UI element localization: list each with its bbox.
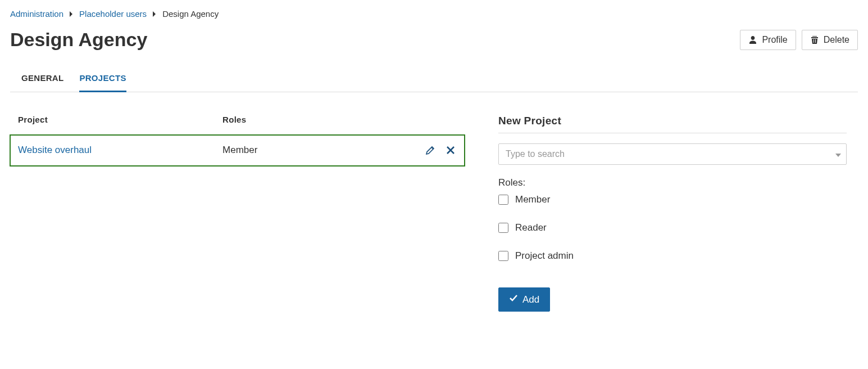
pencil-icon [425,145,435,155]
user-icon [748,35,757,44]
role-checkbox-reader[interactable] [498,223,508,233]
project-search-wrapper [498,143,847,165]
project-search-input[interactable] [498,143,847,165]
tabs: General Projects [10,68,858,92]
chevron-right-icon [152,11,157,17]
edit-row-button[interactable] [424,144,437,156]
table-row: Website overhaul Member [10,135,465,166]
trash-icon [810,35,819,44]
role-option-project-admin[interactable]: Project admin [498,250,847,262]
page-header: Design Agency Profile Delete [10,29,858,51]
role-option-reader[interactable]: Reader [498,222,847,233]
delete-button[interactable]: Delete [802,30,858,50]
project-roles-cell: Member [215,135,414,166]
chevron-right-icon [69,11,74,17]
close-icon [446,145,456,155]
role-label: Project admin [515,250,574,262]
column-header-roles: Roles [215,115,414,135]
breadcrumb-current: Design Agency [162,9,219,19]
role-label: Reader [515,222,547,233]
column-header-project: Project [10,115,215,135]
project-link[interactable]: Website overhaul [18,145,92,155]
breadcrumb: Administration Placeholder users Design … [10,9,858,19]
remove-row-button[interactable] [444,144,457,156]
profile-button[interactable]: Profile [740,30,796,50]
projects-panel: Project Roles Website overhaul Member [10,115,470,312]
add-button-label: Add [522,294,539,305]
add-button[interactable]: Add [498,287,550,312]
role-option-member[interactable]: Member [498,194,847,205]
header-actions: Profile Delete [740,30,858,50]
breadcrumb-link-placeholder-users[interactable]: Placeholder users [79,9,147,19]
role-checkbox-member[interactable] [498,195,508,205]
check-icon [509,294,518,305]
projects-table: Project Roles Website overhaul Member [10,115,465,166]
tab-general[interactable]: General [21,68,63,92]
profile-button-label: Profile [762,35,787,45]
main-content: Project Roles Website overhaul Member [10,115,858,312]
delete-button-label: Delete [824,35,849,45]
breadcrumb-link-administration[interactable]: Administration [10,9,63,19]
role-label: Member [515,194,550,205]
new-project-panel: New Project Roles: Member Reader Project… [498,115,858,312]
role-checkbox-project-admin[interactable] [498,251,508,261]
roles-label: Roles: [498,177,847,188]
tab-projects[interactable]: Projects [79,68,126,92]
new-project-title: New Project [498,115,847,133]
page-title: Design Agency [10,29,147,51]
